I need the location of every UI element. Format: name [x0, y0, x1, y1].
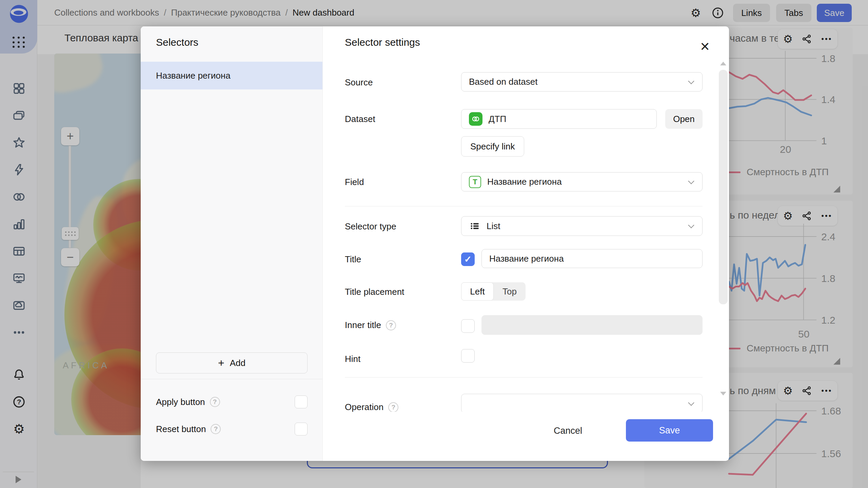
add-label: Add: [230, 358, 245, 368]
panel-divider: [141, 379, 322, 379]
hint-checkbox[interactable]: [461, 349, 475, 363]
screen: Collections and workbooks / Практические…: [0, 0, 868, 488]
title-checkbox-checked[interactable]: ✓: [461, 252, 475, 266]
inner-title-text: Inner title: [345, 320, 381, 330]
add-selector-button[interactable]: + Add: [156, 352, 308, 373]
close-button[interactable]: ✕: [696, 38, 714, 56]
list-icon: [469, 220, 480, 232]
dialog-title: Selector settings: [345, 37, 420, 48]
inner-title-input-disabled: [481, 315, 703, 335]
field-value: Название региона: [487, 177, 562, 187]
form-divider: [345, 206, 703, 206]
selectors-panel-title: Selectors: [156, 37, 198, 48]
operation-label: Operation ?: [345, 402, 398, 412]
chevron-down-icon: [688, 222, 694, 228]
title-input-value: Название региона: [489, 253, 564, 264]
help-question-icon[interactable]: ?: [211, 424, 221, 434]
scroll-clip: Operation ?: [141, 386, 717, 412]
field-label: Field: [345, 177, 364, 187]
scrollbar-down-arrow-icon[interactable]: [720, 392, 726, 395]
chevron-down-icon: [688, 78, 694, 84]
source-label: Source: [345, 77, 373, 88]
chevron-down-icon: [688, 400, 694, 406]
reset-button-row: Reset button ?: [156, 421, 308, 437]
title-placement-label: Title placement: [345, 287, 404, 297]
reset-button-checkbox[interactable]: [295, 423, 308, 435]
hint-label: Hint: [345, 354, 360, 364]
field-select[interactable]: T Название региона: [461, 172, 703, 191]
selector-list-item-selected[interactable]: Название региона: [141, 62, 322, 89]
inner-title-label: Inner title ?: [345, 320, 396, 330]
dataset-icon: [469, 112, 482, 126]
help-question-icon[interactable]: ?: [386, 320, 396, 330]
operation-select[interactable]: [461, 394, 703, 412]
open-dataset-button[interactable]: Open: [665, 109, 703, 129]
cancel-button[interactable]: Cancel: [544, 422, 592, 440]
title-placement-segmented: Left Top: [461, 282, 526, 301]
title-label: Title: [345, 254, 361, 265]
scrollbar-up-arrow-icon[interactable]: [720, 62, 726, 65]
form-divider: [345, 377, 703, 378]
title-input[interactable]: Название региона: [481, 249, 703, 268]
source-value: Based on dataset: [469, 77, 537, 87]
source-select[interactable]: Based on dataset: [461, 72, 703, 92]
scrollbar-thumb[interactable]: [719, 70, 728, 304]
selector-settings-dialog: Selectors Название региона + Add Apply b…: [141, 26, 729, 461]
chevron-down-icon: [688, 178, 694, 184]
reset-button-label: Reset button: [156, 424, 206, 434]
close-icon: ✕: [700, 40, 710, 54]
check-icon: ✓: [464, 254, 472, 265]
selector-type-label: Selector type: [345, 221, 396, 232]
inner-title-checkbox[interactable]: [461, 319, 475, 333]
dataset-field[interactable]: ДТП: [461, 109, 657, 129]
dataset-name: ДТП: [489, 114, 506, 124]
plus-icon: +: [218, 358, 224, 368]
string-field-icon: T: [469, 176, 481, 188]
placement-left-option[interactable]: Left: [461, 282, 494, 301]
placement-top-option[interactable]: Top: [494, 282, 526, 301]
selector-type-select[interactable]: List: [461, 216, 703, 236]
operation-text: Operation: [345, 402, 383, 412]
dataset-label: Dataset: [345, 114, 375, 124]
help-question-icon[interactable]: ?: [388, 402, 398, 412]
save-button[interactable]: Save: [626, 419, 713, 442]
specify-link-button[interactable]: Specify link: [461, 136, 524, 157]
selector-type-value: List: [487, 221, 500, 231]
